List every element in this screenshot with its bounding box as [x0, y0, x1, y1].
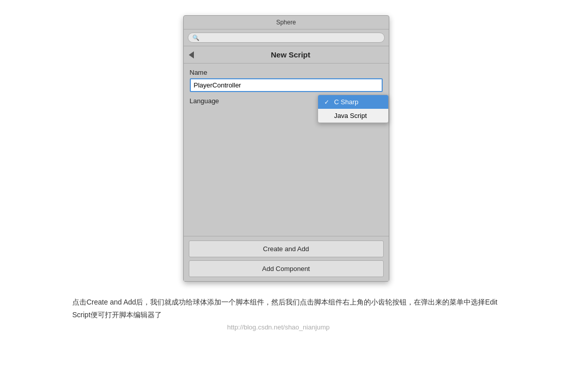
search-input-wrapper: 🔍 [188, 33, 385, 43]
language-label: Language [190, 97, 219, 105]
dropdown-item-javascript[interactable]: Java Script [318, 109, 388, 123]
dialog-container: Sphere 🔍 New Script Name Language [183, 15, 389, 282]
search-input[interactable] [202, 34, 380, 41]
empty-space [190, 109, 383, 231]
checkmark-icon: ✓ [324, 99, 331, 106]
search-icon: 🔍 [192, 35, 199, 41]
create-and-add-button[interactable]: Create and Add [189, 240, 384, 257]
dropdown-item-csharp[interactable]: ✓ C Sharp [318, 95, 388, 109]
url-text: http://blog.csdn.net/shao_nianjump [227, 323, 345, 331]
description-text: 点击Create and Add后，我们就成功给球体添加一个脚本组件，然后我们点… [57, 296, 515, 321]
language-row: Language ✓ C Sharp Java Script [190, 97, 383, 105]
name-input[interactable] [190, 78, 383, 92]
buttons-section: Create and Add Add Component [184, 236, 389, 281]
content-area: Name Language ✓ C Sharp Java Script [184, 64, 389, 236]
topbar-label: Sphere [276, 19, 296, 26]
description-content: 点击Create and Add后，我们就成功给球体添加一个脚本组件，然后我们点… [72, 298, 497, 319]
add-component-button[interactable]: Add Component [189, 260, 384, 277]
header-row: New Script [184, 46, 389, 64]
dropdown-item-label: C Sharp [334, 98, 359, 106]
dropdown-item-label-js: Java Script [334, 112, 367, 119]
name-label: Name [190, 69, 383, 76]
language-dropdown[interactable]: ✓ C Sharp Java Script [318, 95, 389, 123]
page-wrapper: Sphere 🔍 New Script Name Language [0, 0, 572, 331]
dialog-topbar: Sphere [184, 16, 389, 29]
back-arrow-icon[interactable] [189, 51, 194, 58]
search-bar-row: 🔍 [184, 29, 389, 46]
dialog-title: New Script [198, 50, 384, 59]
